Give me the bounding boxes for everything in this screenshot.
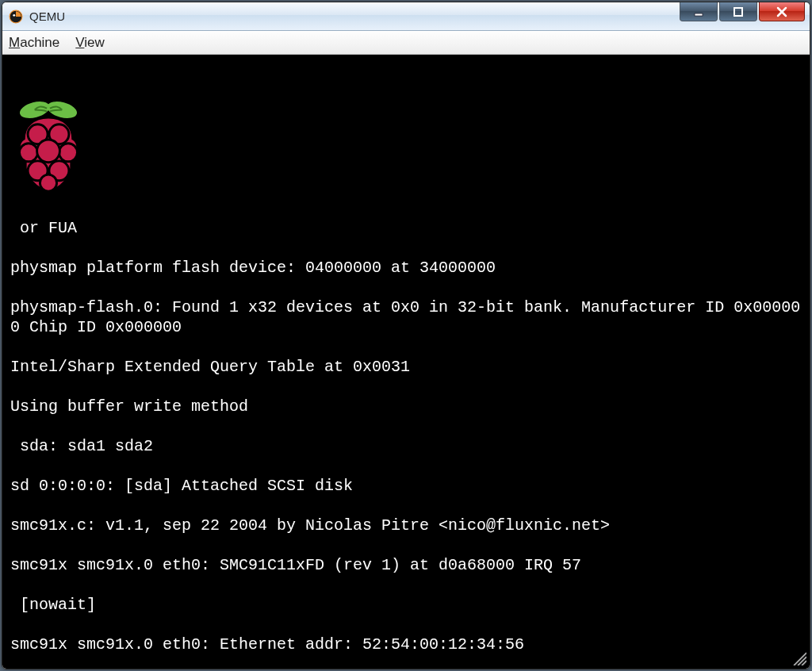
console-line: physmap-flash.0: Found 1 x32 devices at …: [10, 298, 800, 336]
raspberry-pi-logo-icon: [10, 101, 86, 192]
minimize-button[interactable]: [680, 2, 718, 21]
console-line: Using buffer write method: [10, 397, 248, 416]
qemu-app-icon: [9, 10, 23, 24]
app-window: QEMU Machine View: [2, 2, 810, 669]
maximize-icon: [733, 6, 744, 17]
close-icon: [776, 6, 788, 18]
console-line: Intel/Sharp Extended Query Table at 0x00…: [10, 358, 410, 376]
minimize-icon: [693, 6, 704, 17]
window-controls: [680, 2, 805, 21]
console-line: sda: sda1 sda2: [10, 437, 153, 455]
svg-point-11: [37, 140, 60, 163]
menu-machine-rest: achine: [20, 35, 59, 50]
titlebar[interactable]: QEMU: [2, 2, 810, 31]
console-line: smc91x smc91x.0 eth0: SMC91C11xFD (rev 1…: [10, 556, 581, 574]
svg-point-14: [40, 174, 56, 191]
window-title: QEMU: [29, 10, 65, 23]
menu-machine[interactable]: Machine: [9, 35, 59, 51]
svg-point-2: [13, 13, 15, 16]
svg-point-9: [20, 144, 38, 162]
svg-rect-3: [695, 13, 703, 16]
console-line: physmap platform flash device: 04000000 …: [10, 259, 496, 277]
close-button[interactable]: [759, 2, 805, 21]
terminal[interactable]: or FUA physmap platform flash device: 04…: [2, 55, 810, 669]
svg-point-10: [59, 144, 77, 162]
svg-rect-4: [734, 8, 742, 16]
menu-view-rest: iew: [84, 35, 105, 50]
console-line: [nowait]: [10, 596, 96, 614]
console-line: sd 0:0:0:0: [sda] Attached SCSI disk: [10, 477, 353, 495]
maximize-button[interactable]: [719, 2, 757, 21]
resize-grip-icon[interactable]: [792, 651, 806, 665]
menu-view[interactable]: View: [75, 35, 105, 51]
console-line: smc91x smc91x.0 eth0: Ethernet addr: 52:…: [10, 635, 524, 654]
console-line: or FUA: [10, 219, 77, 237]
console-line: smc91x.c: v1.1, sep 22 2004 by Nicolas P…: [10, 516, 610, 535]
menubar: Machine View: [2, 31, 810, 55]
